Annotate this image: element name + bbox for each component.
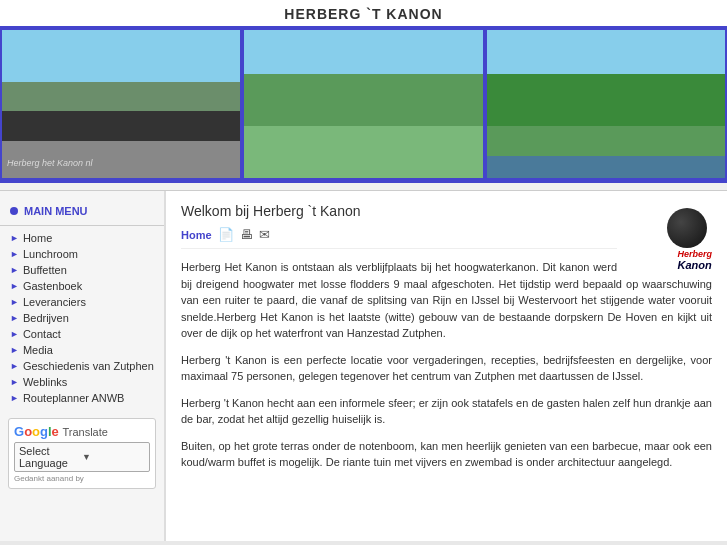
sidebar: MAIN MENU ► Home ► Lunchroom ► Buffetten… bbox=[0, 191, 165, 541]
arrow-icon: ► bbox=[10, 249, 19, 259]
sidebar-item-label: Geschiedenis van Zutphen bbox=[23, 360, 154, 372]
hero-section: Herberg het Kanon nl bbox=[0, 28, 727, 183]
arrow-icon: ► bbox=[10, 265, 19, 275]
sidebar-menu-title: MAIN MENU bbox=[24, 205, 88, 217]
language-select[interactable]: Select Language ▼ bbox=[14, 442, 150, 472]
sidebar-item-label: Routeplanner ANWB bbox=[23, 392, 125, 404]
paragraph-2: Herberg 't Kanon is een perfecte locatie… bbox=[181, 352, 712, 385]
sidebar-item-gastenboek[interactable]: ► Gastenboek bbox=[0, 278, 164, 294]
hero-image-1: Herberg het Kanon nl bbox=[0, 28, 242, 180]
sidebar-item-weblinks[interactable]: ► Weblinks bbox=[0, 374, 164, 390]
arrow-icon: ► bbox=[10, 377, 19, 387]
arrow-icon: ► bbox=[10, 345, 19, 355]
arrow-icon: ► bbox=[10, 329, 19, 339]
sidebar-divider bbox=[0, 225, 164, 226]
sidebar-item-label: Lunchroom bbox=[23, 248, 78, 260]
powered-by-label: Gedankt aanand by bbox=[14, 474, 150, 483]
paragraph-4: Buiten, op het grote terras onder de not… bbox=[181, 438, 712, 471]
sidebar-item-media[interactable]: ► Media bbox=[0, 342, 164, 358]
sidebar-item-routeplanner[interactable]: ► Routeplanner ANWB bbox=[0, 390, 164, 406]
email-icon[interactable]: ✉ bbox=[259, 227, 270, 242]
herberg-logo: Herberg Kanon bbox=[632, 203, 712, 263]
hero-image-2 bbox=[242, 28, 484, 180]
site-header: HERBERG `T KANON bbox=[0, 0, 727, 28]
print-icon[interactable]: 🖶 bbox=[240, 227, 253, 242]
pdf-icon: 📄 bbox=[218, 227, 234, 242]
breadcrumb-home[interactable]: Home bbox=[181, 229, 212, 241]
main-content: Herberg Kanon Welkom bij Herberg `t Kano… bbox=[165, 191, 727, 541]
google-translate-widget: Google Translate Select Language ▼ Gedan… bbox=[8, 418, 156, 489]
google-logo: Google Translate bbox=[14, 424, 150, 439]
paragraph-1: Herberg Het Kanon is ontstaan als verbli… bbox=[181, 259, 712, 342]
sidebar-item-label: Home bbox=[23, 232, 52, 244]
sidebar-item-home[interactable]: ► Home bbox=[0, 230, 164, 246]
arrow-icon: ► bbox=[10, 233, 19, 243]
sidebar-item-bedrijven[interactable]: ► Bedrijven bbox=[0, 310, 164, 326]
sidebar-item-label: Media bbox=[23, 344, 53, 356]
sidebar-item-label: Leveranciers bbox=[23, 296, 86, 308]
sidebar-item-label: Gastenboek bbox=[23, 280, 82, 292]
arrow-icon: ► bbox=[10, 281, 19, 291]
separator-bar bbox=[0, 183, 727, 191]
sidebar-item-label: Contact bbox=[23, 328, 61, 340]
arrow-icon: ► bbox=[10, 313, 19, 323]
sidebar-item-label: Buffetten bbox=[23, 264, 67, 276]
sidebar-item-lunchroom[interactable]: ► Lunchroom bbox=[0, 246, 164, 262]
sidebar-item-contact[interactable]: ► Contact bbox=[0, 326, 164, 342]
breadcrumb-bar: Home 📄 🖶 ✉ bbox=[181, 227, 617, 249]
sidebar-item-buffetten[interactable]: ► Buffetten bbox=[0, 262, 164, 278]
hero-image-3 bbox=[485, 28, 727, 180]
hero-overlay-text: Herberg het Kanon nl bbox=[7, 158, 93, 168]
logo-ball bbox=[667, 208, 707, 248]
content-area: MAIN MENU ► Home ► Lunchroom ► Buffetten… bbox=[0, 191, 727, 541]
paragraph-3: Herberg 't Kanon hecht aan een informele… bbox=[181, 395, 712, 428]
arrow-icon: ► bbox=[10, 361, 19, 371]
sidebar-dot bbox=[10, 207, 18, 215]
sidebar-menu-header: MAIN MENU bbox=[0, 201, 164, 221]
sidebar-item-geschiedenis[interactable]: ► Geschiedenis van Zutphen bbox=[0, 358, 164, 374]
site-title: HERBERG `T KANON bbox=[0, 6, 727, 22]
sidebar-item-label: Weblinks bbox=[23, 376, 67, 388]
arrow-icon: ► bbox=[10, 393, 19, 403]
sidebar-item-label: Bedrijven bbox=[23, 312, 69, 324]
arrow-icon: ► bbox=[10, 297, 19, 307]
select-language-label: Select Language bbox=[19, 445, 82, 469]
sidebar-item-leveranciers[interactable]: ► Leveranciers bbox=[0, 294, 164, 310]
chevron-down-icon: ▼ bbox=[82, 452, 145, 462]
logo-text: Herberg Kanon bbox=[677, 249, 712, 271]
